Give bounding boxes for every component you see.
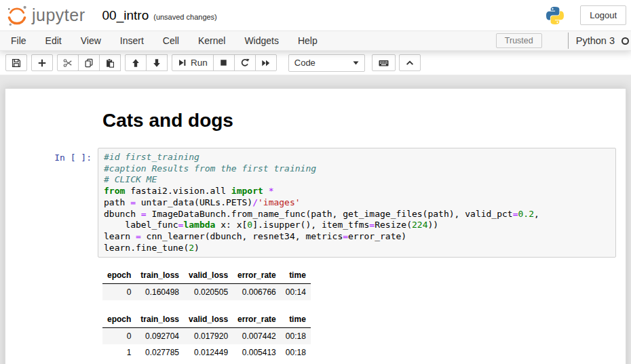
column-header: epoch xyxy=(102,267,136,284)
menubar-right: Trusted Python 3 xyxy=(496,33,631,49)
menu-item-kernel[interactable]: Kernel xyxy=(189,32,235,49)
dropdown-caret-icon xyxy=(353,61,359,65)
run-icon xyxy=(178,58,187,67)
logout-button[interactable]: Logout xyxy=(580,5,626,25)
table-cell: 00:18 xyxy=(281,328,311,345)
kernel-name: Python 3 xyxy=(576,35,615,46)
save-icon xyxy=(12,58,21,68)
column-header: valid_loss xyxy=(184,267,233,284)
save-button[interactable] xyxy=(5,54,27,71)
move-cell-down-button[interactable] xyxy=(146,54,168,71)
training-table-1: epochtrain_lossvalid_losserror_ratetime0… xyxy=(102,267,311,300)
markdown-cell-prompt xyxy=(5,110,98,132)
kernel-indicator-area: Python 3 xyxy=(568,33,631,49)
output-area: epochtrain_lossvalid_losserror_ratetime0… xyxy=(98,267,616,361)
menu-item-view[interactable]: View xyxy=(71,32,111,49)
code-line: learn.fine_tune(2) xyxy=(104,243,610,254)
column-header: error_rate xyxy=(233,311,281,328)
markdown-cell[interactable]: Cats and dogs xyxy=(5,110,626,132)
run-button[interactable]: Run xyxy=(172,54,214,71)
cell-type-value: Code xyxy=(294,58,316,68)
code-line: # CLICK ME xyxy=(104,174,610,186)
column-header: train_loss xyxy=(136,267,184,284)
menu-items: File Edit View Insert Cell Kernel Widget… xyxy=(0,32,327,49)
checkpoint-status: (unsaved changes) xyxy=(153,13,217,21)
table-cell: 0.020505 xyxy=(184,284,233,301)
interrupt-kernel-button[interactable] xyxy=(213,54,235,71)
cell-type-select[interactable]: Code xyxy=(288,54,365,72)
table-cell: 0.012449 xyxy=(184,344,233,361)
column-header: error_rate xyxy=(233,267,281,284)
code-cell[interactable]: In [ ]: #id first_training#caption Resul… xyxy=(5,148,626,364)
fast-forward-icon xyxy=(261,58,271,68)
table-cell: 0.017920 xyxy=(184,328,233,345)
paste-cell-button[interactable] xyxy=(99,54,121,71)
table-row: 10.0277850.0124490.00541300:18 xyxy=(102,344,311,361)
run-label: Run xyxy=(191,58,208,68)
table-cell: 0 xyxy=(102,328,136,345)
table-cell: 0.005413 xyxy=(233,344,281,361)
table-cell: 0 xyxy=(102,284,136,301)
arrow-down-icon xyxy=(152,58,161,68)
training-table-2: epochtrain_lossvalid_losserror_ratetime0… xyxy=(102,311,311,361)
restart-icon xyxy=(240,58,250,68)
menu-item-edit[interactable]: Edit xyxy=(36,32,71,49)
notebook-title[interactable]: 00_intro xyxy=(102,8,149,23)
header-right: Logout xyxy=(546,5,631,25)
menu-item-widgets[interactable]: Widgets xyxy=(235,32,288,49)
input-prompt: In [ ]: xyxy=(5,148,98,364)
menubar: File Edit View Insert Cell Kernel Widget… xyxy=(0,31,631,51)
copy-icon xyxy=(84,58,94,68)
page-title: Cats and dogs xyxy=(98,110,616,132)
code-line: learn = cnn_learner(dbunch, resnet34, me… xyxy=(104,231,610,243)
stop-icon xyxy=(219,58,228,67)
copy-cell-button[interactable] xyxy=(78,54,100,71)
notebook-site: Cats and dogs In [ ]: #id first_training… xyxy=(0,75,631,364)
code-editor[interactable]: #id first_training#caption Results from … xyxy=(98,148,616,258)
table-cell: 0.006766 xyxy=(233,284,281,301)
column-header: epoch xyxy=(102,311,136,328)
restart-kernel-button[interactable] xyxy=(234,54,256,71)
restart-run-all-button[interactable] xyxy=(255,54,277,71)
menu-item-help[interactable]: Help xyxy=(288,32,327,49)
code-line: #caption Results from the first training xyxy=(104,163,610,175)
code-line: path = untar_data(URLs.PETS)/'images' xyxy=(104,197,610,209)
keyboard-icon xyxy=(378,58,389,68)
toolbar: Run Code xyxy=(0,51,631,75)
table-row: 00.1604980.0205050.00676600:14 xyxy=(102,284,311,301)
cut-cell-button[interactable] xyxy=(57,54,79,71)
code-line: from fastai2.vision.all import * xyxy=(104,186,610,197)
table-cell: 00:18 xyxy=(281,344,311,361)
column-header: time xyxy=(281,267,311,284)
table-cell: 0.027785 xyxy=(136,344,184,361)
code-cell-content: #id first_training#caption Results from … xyxy=(98,148,616,364)
markdown-cell-content: Cats and dogs xyxy=(98,110,616,132)
code-line: dbunch = ImageDataBunch.from_name_func(p… xyxy=(104,209,610,220)
table-cell: 0.092704 xyxy=(136,328,184,345)
add-cell-icon xyxy=(37,58,47,68)
cut-icon xyxy=(63,58,73,68)
jupyter-logo-link[interactable]: jupyter xyxy=(5,4,85,27)
menu-item-file[interactable]: File xyxy=(1,32,36,49)
paste-icon xyxy=(105,58,115,68)
add-cell-button[interactable] xyxy=(31,54,53,71)
command-palette-button[interactable] xyxy=(372,54,396,71)
chevron-up-icon xyxy=(405,58,415,68)
table-cell: 1 xyxy=(102,344,136,361)
python-icon xyxy=(546,7,564,24)
arrow-up-icon xyxy=(131,58,140,68)
jupyter-logo-icon xyxy=(5,4,28,27)
table-cell: 00:14 xyxy=(281,284,311,301)
move-cell-up-button[interactable] xyxy=(125,54,147,71)
toggle-toolbar-button[interactable] xyxy=(399,54,421,71)
table-cell: 0.160498 xyxy=(136,284,184,301)
trusted-badge[interactable]: Trusted xyxy=(496,33,542,48)
column-header: valid_loss xyxy=(184,311,233,328)
column-header: train_loss xyxy=(136,311,184,328)
menu-item-cell[interactable]: Cell xyxy=(153,32,189,49)
header: jupyter 00_intro (unsaved changes) Logou… xyxy=(0,0,631,51)
menu-item-insert[interactable]: Insert xyxy=(111,32,153,49)
top-row: jupyter 00_intro (unsaved changes) Logou… xyxy=(0,0,631,31)
notebook-container: Cats and dogs In [ ]: #id first_training… xyxy=(5,88,626,364)
code-line: #id first_training xyxy=(104,152,610,163)
